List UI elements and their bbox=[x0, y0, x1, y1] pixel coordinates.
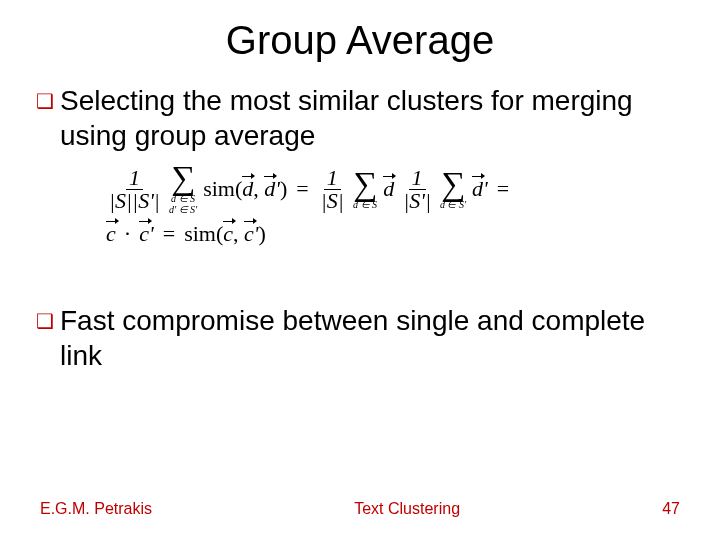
equals: = bbox=[293, 178, 311, 200]
slide-body: ❑ Selecting the most similar clusters fo… bbox=[0, 73, 720, 373]
fraction-den: |S| bbox=[318, 190, 347, 212]
sum-bound: d' ∈ S' bbox=[169, 204, 197, 215]
sum-bound: d ∈ S' bbox=[440, 199, 466, 210]
sigma-icon: ∑ bbox=[171, 163, 195, 193]
vector-dprime-icon: d' bbox=[472, 178, 488, 200]
sum-bound: d ∈ S bbox=[353, 199, 377, 210]
vector-d-icon: d bbox=[383, 178, 394, 200]
formula-line-2: c · c' = sim(c, c') bbox=[106, 223, 684, 245]
bullet-marker-icon: ❑ bbox=[36, 303, 54, 339]
bullet-text: Selecting the most similar clusters for … bbox=[60, 83, 684, 153]
bullet-text: Fast compromise between single and compl… bbox=[60, 303, 684, 373]
vector-cprime-icon: c' bbox=[139, 223, 153, 245]
vector-c-icon: c bbox=[223, 223, 233, 245]
slide: Group Average ❑ Selecting the most simil… bbox=[0, 0, 720, 540]
formula-line-1: 1 |S||S'| ∑ d ∈ S d' ∈ S' sim(d, d') = 1… bbox=[106, 163, 684, 215]
sim-term: sim(c, c') bbox=[184, 223, 266, 245]
fraction: 1 |S'| bbox=[400, 167, 434, 212]
bullet-item: ❑ Selecting the most similar clusters fo… bbox=[36, 83, 684, 153]
fraction-num: 1 bbox=[324, 167, 341, 190]
summation: ∑ d ∈ S d' ∈ S' bbox=[169, 163, 197, 215]
footer-title: Text Clustering bbox=[152, 500, 662, 518]
slide-footer: E.G.M. Petrakis Text Clustering 47 bbox=[0, 500, 720, 518]
page-title: Group Average bbox=[0, 0, 720, 73]
equals: = bbox=[160, 223, 178, 245]
fraction: 1 |S| bbox=[318, 167, 347, 212]
sigma-icon: ∑ bbox=[353, 169, 377, 199]
equals: = bbox=[494, 178, 512, 200]
dot-op: · bbox=[122, 223, 134, 245]
vector-c-icon: c bbox=[106, 223, 116, 245]
fraction: 1 |S||S'| bbox=[106, 167, 163, 212]
sum-bound: d ∈ S bbox=[171, 193, 195, 204]
fraction-num: 1 bbox=[126, 167, 143, 190]
vector-d-icon: d bbox=[242, 178, 253, 200]
footer-page-number: 47 bbox=[662, 500, 680, 518]
vector-cprime-icon: c' bbox=[244, 223, 258, 245]
fraction-num: 1 bbox=[409, 167, 426, 190]
formula-block: 1 |S||S'| ∑ d ∈ S d' ∈ S' sim(d, d') = 1… bbox=[36, 159, 684, 263]
sigma-icon: ∑ bbox=[441, 169, 465, 199]
bullet-marker-icon: ❑ bbox=[36, 83, 54, 119]
fraction-den: |S||S'| bbox=[106, 190, 163, 212]
summation: ∑ d ∈ S' bbox=[440, 169, 466, 210]
vector-dprime-icon: d' bbox=[264, 178, 280, 200]
sim-term: sim(d, d') bbox=[203, 178, 287, 200]
footer-author: E.G.M. Petrakis bbox=[40, 500, 152, 518]
bullet-item: ❑ Fast compromise between single and com… bbox=[36, 303, 684, 373]
summation: ∑ d ∈ S bbox=[353, 169, 377, 210]
fraction-den: |S'| bbox=[400, 190, 434, 212]
